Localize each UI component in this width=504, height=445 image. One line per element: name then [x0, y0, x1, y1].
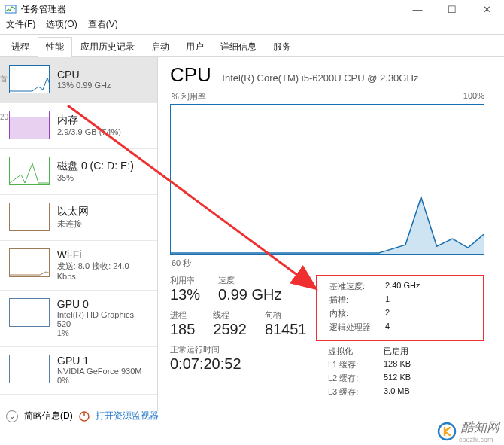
sidebar-item-ethernet[interactable]: 以太网未连接: [0, 195, 157, 241]
sidebar-item-wifi[interactable]: Wi-Fi发送: 8.0 接收: 24.0 Kbps: [0, 241, 157, 291]
spec-cores: 2: [385, 308, 390, 319]
open-resmon-link[interactable]: 打开资源监视器: [96, 410, 159, 422]
gpu1-thumbnail-icon: [9, 355, 50, 383]
spec-logical-processors: 4: [385, 322, 390, 333]
highlighted-specs: 基准速度:2.40 GHz 插槽:1 内核:2 逻辑处理器:4: [316, 275, 484, 341]
sidebar-item-gpu0[interactable]: GPU 0Intel(R) HD Graphics 5201%: [0, 291, 157, 347]
detail-pane: CPU Intel(R) Core(TM) i5-6200U CPU @ 2.3…: [158, 57, 504, 411]
tab-processes[interactable]: 进程: [3, 37, 38, 57]
collapse-icon[interactable]: ⌄: [6, 410, 18, 422]
menu-file[interactable]: 文件(F): [6, 18, 35, 31]
stat-processes: 185: [170, 321, 195, 338]
maximize-button[interactable]: ☐: [435, 1, 469, 17]
menu-options[interactable]: 选项(O): [46, 18, 77, 31]
stat-utilization: 13%: [170, 286, 200, 303]
window-title: 任务管理器: [21, 3, 400, 16]
tab-details[interactable]: 详细信息: [212, 37, 265, 57]
sidebar-item-disk[interactable]: 磁盘 0 (C: D: E:)35%: [0, 149, 157, 195]
stat-uptime: 0:07:20:52: [170, 355, 316, 373]
resmon-icon: [79, 411, 90, 422]
tab-services[interactable]: 服务: [265, 37, 299, 57]
fewer-details-link[interactable]: 简略信息(D): [24, 410, 73, 422]
watermark-logo-icon: [437, 422, 457, 441]
tab-users[interactable]: 用户: [178, 37, 212, 57]
cpu-graph: [170, 104, 484, 255]
ethernet-thumbnail-icon: [9, 203, 50, 231]
graph-duration: 60 秒: [172, 258, 504, 269]
sidebar-item-cpu[interactable]: CPU13% 0.99 GHz: [0, 57, 157, 103]
svg-point-5: [439, 423, 455, 440]
gpu0-thumbnail-icon: [9, 298, 50, 327]
spec-sockets: 1: [385, 294, 390, 306]
stat-speed: 0.99 GHz: [218, 286, 281, 303]
tab-startup[interactable]: 启动: [143, 37, 178, 57]
svg-rect-1: [10, 117, 50, 139]
tab-apphistory[interactable]: 应用历史记录: [72, 37, 143, 57]
cpu-model: Intel(R) Core(TM) i5-6200U CPU @ 2.30GHz: [222, 72, 418, 84]
stat-threads: 2592: [213, 321, 247, 338]
spec-base-speed: 2.40 GHz: [385, 281, 420, 292]
titlebar: 任务管理器 — ☐ ✕: [0, 0, 504, 17]
tab-strip: 进程 性能 应用历史记录 启动 用户 详细信息 服务: [0, 36, 504, 57]
graph-max: 100%: [463, 91, 484, 102]
sidebar-item-gpu1[interactable]: GPU 1NVIDIA GeForce 930M0%: [0, 347, 157, 395]
spec-virtualization: 已启用: [384, 346, 408, 357]
menubar: 文件(F) 选项(O) 查看(V): [0, 17, 504, 35]
spec-l1: 128 KB: [384, 359, 411, 370]
spec-l3: 3.0 MB: [384, 386, 410, 398]
app-icon: [5, 3, 17, 15]
tab-performance[interactable]: 性能: [38, 37, 72, 57]
sidebar: CPU13% 0.99 GHz 内存2.9/3.9 GB (74%) 磁盘 0 …: [0, 57, 158, 411]
menu-view[interactable]: 查看(V): [88, 18, 118, 31]
spec-l2: 512 KB: [384, 373, 411, 384]
sidebar-label: CPU: [57, 69, 111, 81]
disk-thumbnail-icon: [9, 157, 50, 185]
stat-handles: 81451: [265, 321, 307, 338]
detail-heading: CPU: [170, 63, 211, 87]
graph-label: % 利用率: [172, 91, 206, 102]
close-button[interactable]: ✕: [469, 1, 504, 17]
memory-thumbnail-icon: [9, 111, 50, 139]
sidebar-item-memory[interactable]: 内存2.9/3.9 GB (74%): [0, 103, 157, 149]
wifi-thumbnail-icon: [9, 248, 50, 277]
minimize-button[interactable]: —: [400, 1, 435, 17]
watermark: 酷知网coozhi.com: [437, 419, 499, 443]
cpu-thumbnail-icon: [9, 65, 50, 93]
footer: ⌄ 简略信息(D) 打开资源监视器: [6, 410, 159, 422]
